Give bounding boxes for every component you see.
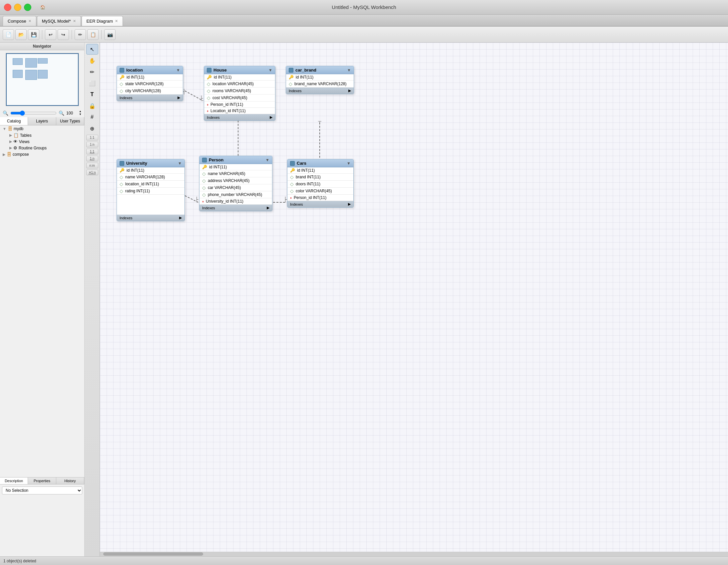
field-cars-brand: ◇ brand INT(11) [287,174,353,181]
indexes-house[interactable]: Indexes ▶ [204,114,275,121]
pan-tool[interactable]: ✋ [86,55,98,66]
box-tool[interactable]: ⬜ [86,78,98,89]
indexes-carbrand[interactable]: Indexes ▶ [286,88,354,94]
tab-mysql-model[interactable]: MySQL Model* ✕ [37,16,81,26]
field-person-car: ◇ car VARCHAR(45) [199,184,272,191]
status-message: 1 object(s) deleted [3,559,36,563]
zoom-slider[interactable] [10,111,57,116]
close-button[interactable] [4,4,11,11]
indexes-label: Indexes [290,202,303,206]
save-button[interactable]: 💾 [28,29,39,40]
zoom-up-arrow[interactable]: ▲ [79,110,82,113]
tab-properties[interactable]: Properties [28,477,56,484]
table-house-header: House ▼ [204,66,275,74]
tab-compose[interactable]: Compose ✕ [3,16,36,26]
add-tool[interactable]: ⊕ [86,123,98,134]
routines-icon: ⚙ [13,145,17,150]
rel-1-1-tool[interactable]: 1:1 [86,135,98,141]
rel-1-n-c-tool[interactable]: ✕1:n [86,170,98,175]
tab-description[interactable]: Description [0,477,28,484]
null-icon: ◇ [290,181,294,187]
copy-button[interactable]: 📋 [87,29,99,40]
home-button[interactable]: 🏠 [37,3,49,12]
side-tools-panel: ↖ ✋ ✏ ⬜ T 🔒 # ⊕ 1:1 1:n 1:1 1:n n:m ✕1:n [85,43,100,556]
tree-item-views[interactable]: ▶ 👁 Views [7,139,84,145]
svg-text:├: ├ [195,197,198,203]
tree-item-mydb[interactable]: ▼ 🗄 mydb [0,126,84,132]
table-location[interactable]: location ▼ 🔑 id INT(11) ◇ state VARCHAR(… [117,66,183,101]
edit-tool[interactable]: ✏ [86,67,98,77]
indexes-location[interactable]: Indexes ▶ [117,95,183,101]
dropdown-icon[interactable]: ▼ [178,161,182,166]
pk-icon: 🔑 [120,75,125,80]
field-house-rooms: ◇ rooms VARCHAR(45) [204,88,275,95]
tab-user-types[interactable]: User Types [56,117,84,125]
tab-close-icon[interactable]: ✕ [73,19,76,23]
tab-history[interactable]: History [56,477,84,484]
table-person[interactable]: Person ▼ 🔑 id INT(11) ◇ name VARCHAR(45)… [199,156,272,211]
tree-item-compose[interactable]: ▶ 🗄 compose [0,151,84,158]
scrollbar-thumb[interactable] [103,552,203,556]
table-house[interactable]: House ▼ 🔑 id INT(11) ◇ location VARCHAR(… [204,66,275,121]
tab-catalog[interactable]: Catalog [0,117,28,125]
tree-label-views: Views [19,140,30,144]
null-icon: ◇ [120,81,123,87]
table-title-car-brand: car_brand [295,68,345,73]
dropdown-icon[interactable]: ▼ [268,68,272,73]
minimize-button[interactable] [14,4,21,11]
field-name: id INT(11) [127,168,144,173]
undo-button[interactable]: ↩ [45,29,56,40]
indexes-expand-icon: ▶ [348,202,351,206]
field-name: doors INT(11) [296,182,320,186]
new-button[interactable]: 📄 [3,29,14,40]
horizontal-scrollbar[interactable] [100,552,728,556]
zoom-out-icon[interactable]: 🔍 [3,111,8,116]
indexes-cars[interactable]: Indexes ▶ [287,201,353,207]
indexes-person[interactable]: Indexes ▶ [199,205,272,211]
text-tool[interactable]: T [86,89,98,100]
nav-mini-person [25,70,37,80]
zoom-down-arrow[interactable]: ▼ [79,113,82,116]
table-university[interactable]: University ▼ 🔑 id INT(11) ◇ name VARCHAR… [117,159,185,221]
tab-close-icon[interactable]: ✕ [115,19,118,23]
field-name: state VARCHAR(128) [125,82,164,86]
tables-icon: 📋 [13,133,19,138]
dropdown-icon[interactable]: ▼ [347,68,351,73]
null-icon: ◇ [120,181,123,187]
tab-layers[interactable]: Layers [28,117,56,125]
select-tool[interactable]: ↖ [86,44,98,55]
field-person-id: 🔑 id INT(11) [199,164,272,170]
field-person-phone: ◇ phone_number VARCHAR(45) [199,191,272,198]
table-icon [289,68,293,73]
dropdown-icon[interactable]: ▼ [265,158,269,162]
table-car-brand[interactable]: car_brand ▼ 🔑 id INT(11) ◇ brand_name VA… [286,66,354,94]
tree-item-tables[interactable]: ▶ 📋 Tables [7,132,84,139]
navigator-canvas[interactable] [6,53,79,106]
edit-button[interactable]: ✏ [75,29,86,40]
field-name: id INT(11) [297,168,315,173]
tab-close-icon[interactable]: ✕ [28,19,31,23]
rel-1-1b-tool[interactable]: 1:1 [86,149,98,154]
svg-text:⊤: ⊤ [318,120,322,126]
tree-item-routine-groups[interactable]: ▶ ⚙ Routine Groups [7,145,84,151]
diagram-canvas[interactable]: ┤ ├ ⊤ ⊥ ┤ ├ ┤ ├ ⊤ ⊥ location ▼ 🔑 id [100,43,728,556]
rel-1-n-tool[interactable]: 1:n [86,142,98,147]
traffic-lights [4,4,31,11]
lock-tool[interactable]: 🔒 [86,101,98,111]
zoom-in-icon[interactable]: 🔍 [59,111,64,116]
null-icon: ◇ [202,185,206,190]
maximize-button[interactable] [24,4,31,11]
dropdown-icon[interactable]: ▼ [347,161,351,166]
selection-dropdown[interactable]: No Selection [2,486,82,494]
rel-1-nb-tool[interactable]: 1:n [86,156,98,161]
screenshot-button[interactable]: 📷 [104,29,116,40]
field-name: rating INT(11) [125,189,150,193]
rel-n-m-tool[interactable]: n:m [86,163,98,168]
redo-button[interactable]: ↪ [58,29,69,40]
table-cars[interactable]: Cars ▼ 🔑 id INT(11) ◇ brand INT(11) ◇ do… [287,159,354,208]
dropdown-icon[interactable]: ▼ [176,68,180,73]
calc-tool[interactable]: # [86,112,98,123]
tab-eer-diagram[interactable]: EER Diagram ✕ [82,16,123,26]
open-button[interactable]: 📂 [15,29,27,40]
indexes-university[interactable]: Indexes ▶ [117,215,184,221]
